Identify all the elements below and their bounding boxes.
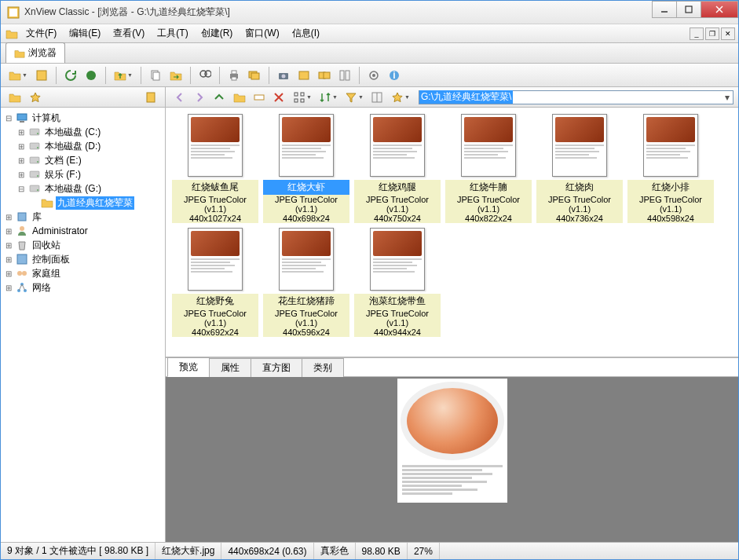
thumbnail-item[interactable]: 红烧鸡腿JPEG TrueColor (v1.1)440x750x24: [354, 114, 441, 223]
thumbnail-item[interactable]: 花生红烧猪蹄JPEG TrueColor (v1.1)440x596x24: [263, 228, 349, 337]
menu-window[interactable]: 窗口(W): [239, 25, 285, 42]
tree-node-drive[interactable]: ⊞本地磁盘 (D:): [16, 139, 165, 153]
thumbnail-item[interactable]: 红烧小排JPEG TrueColor (v1.1)440x598x24: [627, 114, 714, 223]
svg-rect-48: [18, 213, 26, 221]
svg-rect-1: [9, 9, 17, 16]
print-button[interactable]: [225, 66, 243, 85]
address-dropdown-icon[interactable]: ▾: [722, 92, 733, 103]
menu-create[interactable]: 创建(R): [195, 25, 240, 42]
preview-body[interactable]: [166, 377, 738, 542]
book-button[interactable]: [141, 88, 160, 107]
thumbnail-meta: JPEG TrueColor (v1.1): [627, 195, 714, 214]
about-button[interactable]: i: [385, 66, 404, 85]
mdi-close-button[interactable]: ✕: [721, 27, 735, 40]
tree-node-other[interactable]: ⊞Administrator: [4, 224, 165, 238]
svg-rect-9: [153, 72, 159, 80]
settings-button[interactable]: [364, 66, 383, 85]
status-dimensions: 440x698x24 (0.63): [221, 543, 313, 559]
svg-rect-14: [232, 77, 236, 80]
batch-button[interactable]: [315, 66, 334, 85]
thumbnail-meta: JPEG TrueColor (v1.1): [354, 309, 441, 328]
tree-node-folder[interactable]: 九道经典红烧荤菜: [29, 196, 165, 210]
tree-node-drive[interactable]: ⊟本地磁盘 (G:): [16, 181, 165, 196]
address-bar[interactable]: G:\九道经典红烧荤菜\ ▾: [419, 90, 734, 104]
address-text: G:\九道经典红烧荤菜\: [419, 90, 513, 104]
tree-node-other[interactable]: ⊞网络: [4, 280, 165, 295]
svg-rect-31: [301, 93, 304, 96]
svg-point-49: [20, 226, 24, 231]
open-button[interactable]: ▼: [5, 66, 31, 85]
titlebar: XnView Classic - [浏览器 - G:\九道经典红烧荤菜\]: [1, 1, 738, 24]
tree-node-other[interactable]: ⊞回收站: [4, 238, 165, 252]
nav-forward-button[interactable]: [190, 88, 209, 107]
stop-button[interactable]: [82, 66, 101, 85]
thumbnail-item[interactable]: 红烧野兔JPEG TrueColor (v1.1)440x692x24: [172, 228, 258, 337]
mdi-minimize-button[interactable]: _: [690, 27, 704, 40]
rename-button[interactable]: [250, 88, 269, 107]
svg-point-39: [37, 133, 38, 134]
new-folder-button[interactable]: [230, 88, 249, 107]
svg-rect-36: [17, 114, 27, 120]
tree-node-drive[interactable]: ⊞娱乐 (F:): [16, 167, 165, 181]
view-mode-button[interactable]: ▼: [290, 88, 315, 107]
close-button[interactable]: [701, 1, 738, 18]
thumbnail-item[interactable]: 红烧鲅鱼尾JPEG TrueColor (v1.1)440x1027x24: [172, 114, 258, 223]
fullscreen-button[interactable]: [32, 66, 51, 85]
copy-button[interactable]: [146, 66, 165, 85]
filter-button[interactable]: ▼: [342, 88, 367, 107]
svg-rect-3: [686, 6, 692, 13]
svg-point-43: [37, 161, 38, 163]
mdi-restore-button[interactable]: ❐: [705, 27, 719, 40]
preview-tab-preview[interactable]: 预览: [167, 357, 210, 377]
search-button[interactable]: [196, 66, 214, 85]
slideshow-button[interactable]: [245, 66, 264, 85]
preview-tab-categories[interactable]: 类别: [302, 358, 344, 377]
folder-icon: [41, 196, 53, 209]
fav-folders-button[interactable]: [5, 88, 24, 107]
thumbnail-image: [643, 114, 698, 177]
acquire-button[interactable]: [274, 66, 293, 85]
refresh-button[interactable]: [61, 66, 80, 85]
nav-back-button[interactable]: [170, 88, 189, 107]
thumbnail-image: [279, 114, 334, 177]
thumbnail-item[interactable]: 红烧大虾JPEG TrueColor (v1.1)440x698x24: [263, 114, 349, 223]
thumbnail-dim: 440x822x24: [445, 214, 532, 223]
disk-icon: [28, 154, 41, 167]
minimize-button[interactable]: [652, 1, 677, 18]
convert-button[interactable]: [295, 66, 313, 85]
tree-node-drive[interactable]: ⊞文档 (E:): [16, 153, 165, 167]
folder-tree[interactable]: ⊟ 计算机 ⊞本地磁盘 (C:)⊞本地磁盘 (D:)⊞文档 (E:)⊞娱乐 (F…: [1, 108, 166, 542]
up-folder-button[interactable]: ▼: [111, 66, 136, 85]
tree-node-computer[interactable]: ⊟ 计算机: [4, 111, 165, 125]
thumbnail-item[interactable]: 红烧牛腩JPEG TrueColor (v1.1)440x822x24: [445, 114, 532, 223]
disk-icon: [28, 140, 41, 152]
menu-icon: [4, 27, 20, 40]
thumbnail-item[interactable]: 泡菜红烧带鱼JPEG TrueColor (v1.1)440x944x24: [354, 228, 441, 337]
tree-node-other[interactable]: ⊞控制面板: [4, 252, 165, 266]
thumbnail-image: [461, 114, 516, 177]
delete-button[interactable]: [269, 88, 288, 107]
preview-tab-properties[interactable]: 属性: [209, 358, 251, 377]
sort-button[interactable]: ▼: [316, 88, 341, 107]
menu-file[interactable]: 文件(F): [20, 25, 63, 42]
thumbnail-grid[interactable]: 红烧鲅鱼尾JPEG TrueColor (v1.1)440x1027x24红烧大…: [166, 108, 738, 358]
menu-info[interactable]: 信息(I): [286, 25, 326, 42]
tree-node-other[interactable]: ⊞库: [4, 210, 165, 224]
preview-tab-histogram[interactable]: 直方图: [251, 358, 302, 377]
menu-tools[interactable]: 工具(T): [151, 25, 194, 42]
tab-browser[interactable]: 浏览器: [5, 42, 65, 63]
tree-node-other[interactable]: ⊞家庭组: [4, 266, 165, 280]
maximize-button[interactable]: [676, 1, 701, 18]
fav-button[interactable]: [26, 88, 45, 107]
bookmark-button[interactable]: ▼: [388, 88, 413, 107]
menu-view[interactable]: 查看(V): [107, 25, 151, 42]
compare-button[interactable]: [335, 66, 354, 85]
thumbnail-item[interactable]: 红烧肉JPEG TrueColor (v1.1)440x736x24: [536, 114, 623, 223]
layout-button[interactable]: [368, 88, 386, 107]
tree-node-drive[interactable]: ⊞本地磁盘 (C:): [16, 125, 165, 139]
move-button[interactable]: [166, 66, 185, 85]
thumbnail-dim: 440x596x24: [263, 328, 349, 337]
nav-up-button[interactable]: [210, 88, 229, 107]
menu-edit[interactable]: 编辑(E): [63, 25, 107, 42]
preview-pane: 预览 属性 直方图 类别: [166, 358, 738, 542]
